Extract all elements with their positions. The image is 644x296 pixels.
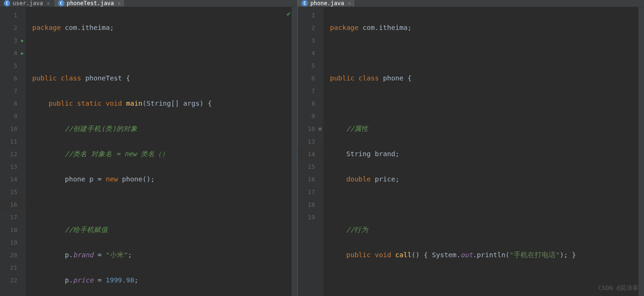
left-tab-bar: C user.java × C phoneTest.java × [0, 0, 297, 7]
left-gutter: 1 2 3▶ 4▶ 5 6 7 8 9 10 11 12 13 14 15 16… [0, 7, 26, 296]
right-scrollbar[interactable] [638, 7, 644, 296]
check-icon: ✔ [287, 10, 291, 17]
left-code[interactable]: package com.itheima; public class phoneT… [26, 7, 292, 296]
tab-label: phone.java [310, 0, 344, 7]
right-editor[interactable]: 1 2 3 4 5 6 7 8 9 10⊞ 13 14 15 16 17 18 … [298, 7, 644, 296]
java-class-icon: C [58, 0, 64, 7]
run-icon[interactable]: ▶ [21, 47, 24, 59]
left-scrollbar[interactable] [292, 7, 297, 296]
watermark: CSDN @莫清寒 [598, 284, 638, 292]
close-icon[interactable]: × [348, 0, 351, 7]
tab-phonetest-java[interactable]: C phoneTest.java × [54, 0, 125, 7]
right-tab-bar: C phone.java × [298, 0, 644, 7]
tab-label: phoneTest.java [67, 0, 114, 7]
right-code[interactable]: package com.itheima; public class phone … [323, 7, 638, 296]
java-class-icon: C [301, 0, 308, 7]
close-icon[interactable]: × [47, 0, 50, 7]
close-icon[interactable]: × [118, 0, 121, 7]
fold-icon[interactable]: ⊞ [319, 123, 322, 135]
run-icon[interactable]: ▶ [21, 34, 24, 47]
left-editor[interactable]: 1 2 3▶ 4▶ 5 6 7 8 9 10 11 12 13 14 15 16… [0, 7, 297, 296]
java-class-icon: C [4, 0, 10, 7]
right-editor-pane: C phone.java × 1 2 3 4 5 6 7 8 9 10⊞ 13 … [298, 0, 644, 296]
left-editor-pane: C user.java × C phoneTest.java × 1 2 3▶ … [0, 0, 298, 296]
right-gutter: 1 2 3 4 5 6 7 8 9 10⊞ 13 14 15 16 17 18 … [298, 7, 323, 296]
tab-phone-java[interactable]: C phone.java × [298, 0, 355, 7]
tab-label: user.java [13, 0, 43, 7]
tab-user-java[interactable]: C user.java × [0, 0, 54, 7]
